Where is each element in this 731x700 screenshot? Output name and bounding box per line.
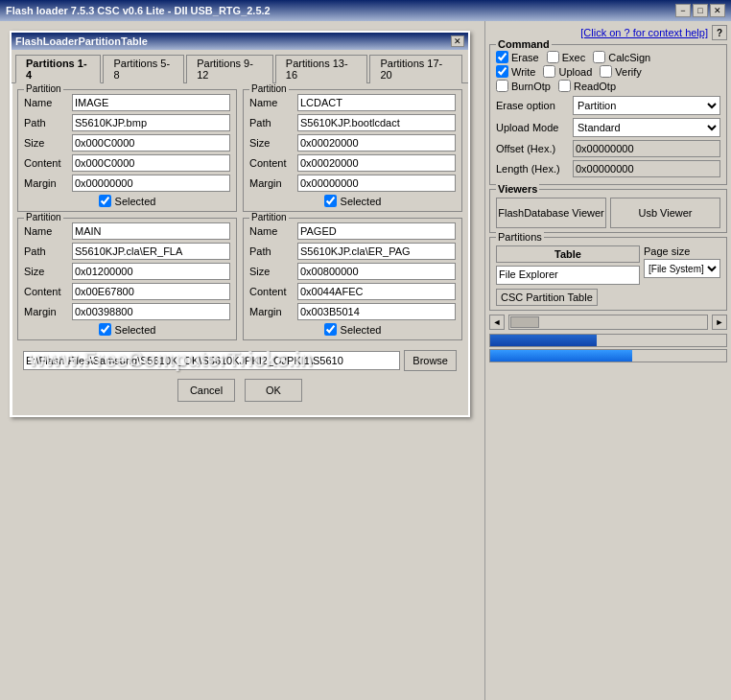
page-size-select[interactable]: [File System] bbox=[644, 259, 720, 278]
dialog-close-button[interactable]: ✕ bbox=[451, 35, 464, 47]
progress-fill-1 bbox=[490, 335, 597, 346]
scroll-right-button[interactable]: ► bbox=[712, 315, 727, 330]
partition-4-name-row: Name bbox=[249, 222, 456, 240]
tab-partitions-17-20[interactable]: Partitions 17-20 bbox=[369, 55, 462, 83]
partition-4-content-row: Content bbox=[249, 283, 456, 300]
partition-2-margin-input[interactable] bbox=[297, 175, 456, 192]
partition-2-size-label: Size bbox=[249, 137, 297, 149]
partition-4-name-input[interactable] bbox=[297, 222, 456, 240]
cmd-write: Write bbox=[496, 65, 535, 78]
partition-3-size-row: Size bbox=[24, 263, 230, 280]
partition-1-path-input[interactable] bbox=[72, 114, 230, 131]
context-help-text[interactable]: [Click on ? for context help] bbox=[580, 27, 708, 38]
erase-checkbox[interactable] bbox=[496, 51, 508, 63]
upload-checkbox[interactable] bbox=[543, 65, 555, 78]
partition-3-content-input[interactable] bbox=[72, 283, 230, 300]
usb-viewer-button[interactable]: Usb Viewer bbox=[610, 198, 720, 228]
partition-2-name-input[interactable] bbox=[297, 94, 456, 111]
partition-1-name-row: Name bbox=[24, 94, 230, 111]
length-input[interactable] bbox=[573, 160, 720, 177]
partition-4-path-label: Path bbox=[249, 245, 297, 257]
partition-1-selected-label: Selected bbox=[115, 196, 156, 207]
partition-4-path-row: Path bbox=[249, 243, 456, 260]
partition-1-legend: Partition bbox=[24, 83, 63, 94]
cmd-exec: Exec bbox=[547, 51, 585, 63]
write-checkbox[interactable] bbox=[496, 65, 508, 78]
dialog-titlebar: FlashLoaderPartitionTable ✕ bbox=[12, 33, 468, 50]
path-bar: Browse bbox=[17, 346, 462, 375]
upload-label: Upload bbox=[558, 66, 592, 78]
cancel-button[interactable]: Cancel bbox=[177, 379, 235, 402]
close-button[interactable]: ✕ bbox=[710, 4, 725, 17]
partition-4-selected-checkbox[interactable] bbox=[324, 323, 337, 336]
partition-4-content-input[interactable] bbox=[297, 283, 456, 300]
progress-bar-1 bbox=[489, 334, 727, 347]
partition-3-selected-checkbox[interactable] bbox=[99, 323, 111, 336]
partition-1-margin-input[interactable] bbox=[72, 175, 230, 192]
title-bar: Flash loader 7.5.3 CSC v0.6 Lite - DII U… bbox=[0, 0, 731, 21]
tab-partitions-5-8[interactable]: Partitions 5-8 bbox=[103, 55, 184, 83]
partition-1-name-input[interactable] bbox=[72, 94, 230, 111]
context-help-button[interactable]: ? bbox=[712, 25, 727, 40]
tab-partitions-13-16[interactable]: Partitions 13-16 bbox=[275, 55, 368, 83]
upload-mode-row: Upload Mode Standard bbox=[496, 118, 720, 137]
cmd-burnotp: BurnOtp bbox=[496, 80, 551, 92]
partition-dialog: FlashLoaderPartitionTable ✕ Partitions 1… bbox=[10, 31, 470, 417]
partition-3-size-input[interactable] bbox=[72, 263, 230, 280]
browse-button[interactable]: Browse bbox=[404, 350, 457, 371]
partition-4-path-input[interactable] bbox=[297, 243, 456, 260]
path-input[interactable] bbox=[23, 351, 400, 370]
erase-option-label: Erase option bbox=[496, 100, 573, 111]
partition-4-legend: Partition bbox=[249, 212, 289, 222]
partition-box-4: Partition Name Path Size bbox=[243, 218, 462, 340]
partition-1-size-row: Size bbox=[24, 134, 230, 152]
partition-1-selected-checkbox[interactable] bbox=[99, 195, 111, 207]
partition-1-content-input[interactable] bbox=[72, 154, 230, 172]
partition-3-name-input[interactable] bbox=[72, 222, 230, 240]
partition-1-selected-row: Selected bbox=[24, 195, 230, 207]
partition-2-size-input[interactable] bbox=[297, 134, 456, 152]
partition-1-margin-row: Margin bbox=[24, 175, 230, 192]
erase-label: Erase bbox=[511, 52, 539, 63]
partition-2-content-input[interactable] bbox=[297, 154, 456, 172]
tab-partitions-1-4[interactable]: Partitions 1-4 bbox=[15, 55, 101, 83]
upload-mode-select[interactable]: Standard bbox=[573, 118, 720, 137]
partition-4-margin-input[interactable] bbox=[297, 303, 456, 320]
ok-button[interactable]: OK bbox=[245, 379, 302, 402]
partition-1-name-label: Name bbox=[24, 97, 72, 108]
flash-db-viewer-button[interactable]: FlashDatabase Viewer bbox=[496, 198, 606, 228]
partition-3-margin-input[interactable] bbox=[72, 303, 230, 320]
partition-2-path-input[interactable] bbox=[297, 114, 456, 131]
tab-partitions-9-12[interactable]: Partitions 9-12 bbox=[186, 55, 273, 83]
cmd-verify: Verify bbox=[600, 65, 642, 78]
table-button[interactable]: Table bbox=[496, 245, 640, 263]
minimize-button[interactable]: − bbox=[675, 4, 691, 17]
partition-box-3: Partition Name Path Size bbox=[17, 218, 237, 340]
restore-button[interactable]: □ bbox=[693, 4, 708, 17]
readotp-label: ReadOtp bbox=[574, 81, 616, 92]
scroll-left-button[interactable]: ◄ bbox=[489, 315, 505, 330]
calcsign-checkbox[interactable] bbox=[593, 51, 605, 63]
cmd-upload: Upload bbox=[543, 65, 592, 78]
partition-2-margin-label: Margin bbox=[249, 177, 297, 189]
partition-4-selected-row: Selected bbox=[249, 323, 456, 336]
csc-partition-table-button[interactable]: CSC Partition Table bbox=[496, 289, 598, 306]
partition-4-size-input[interactable] bbox=[297, 263, 456, 280]
partition-4-margin-row: Margin bbox=[249, 303, 456, 320]
offset-input[interactable] bbox=[573, 140, 720, 157]
verify-checkbox[interactable] bbox=[600, 65, 612, 78]
viewers-legend: Viewers bbox=[496, 183, 539, 195]
erase-option-select[interactable]: Partition bbox=[573, 96, 720, 115]
burnotp-checkbox[interactable] bbox=[496, 80, 508, 92]
partition-2-name-label: Name bbox=[249, 97, 297, 108]
partition-2-selected-checkbox[interactable] bbox=[324, 195, 337, 207]
partition-3-path-input[interactable] bbox=[72, 243, 230, 260]
partition-1-size-input[interactable] bbox=[72, 134, 230, 152]
readotp-checkbox[interactable] bbox=[558, 80, 571, 92]
partition-3-path-row: Path bbox=[24, 243, 230, 260]
partition-2-path-label: Path bbox=[249, 117, 297, 128]
horizontal-scrollbar[interactable] bbox=[508, 315, 708, 330]
partition-4-content-label: Content bbox=[249, 286, 297, 297]
file-explorer: File Explorer bbox=[496, 266, 640, 285]
exec-checkbox[interactable] bbox=[547, 51, 559, 63]
